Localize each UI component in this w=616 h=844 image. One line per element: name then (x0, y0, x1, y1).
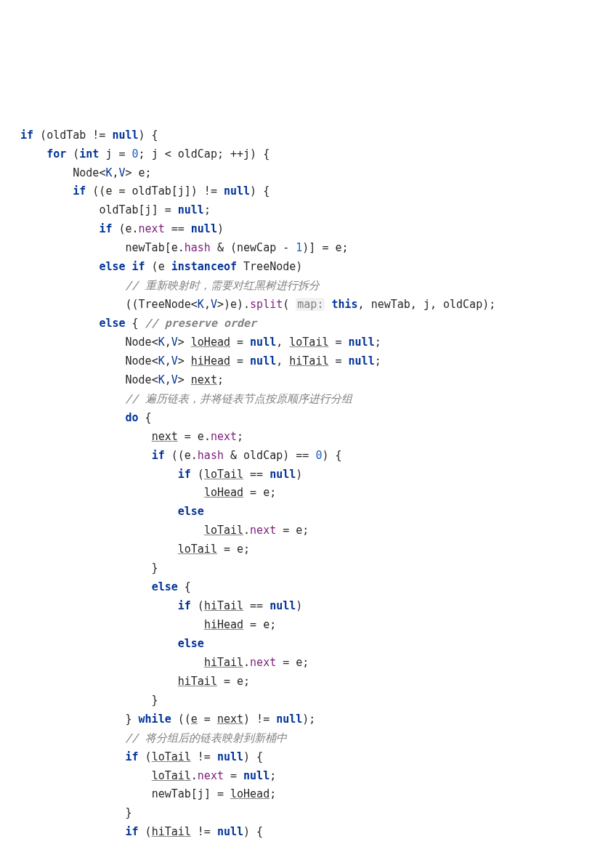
type-node: Node (73, 166, 99, 179)
code-block: if (oldTab != null) { for (int j = 0; j … (20, 89, 607, 844)
kw-for: for (46, 147, 66, 161)
comment-group: // 遍历链表，并将链表节点按原顺序进行分组 (126, 392, 352, 405)
kw-if: if (20, 129, 33, 142)
comment-split: // 重新映射时，需要对红黑树进行拆分 (126, 279, 320, 292)
comment-preserve: // preserve order (145, 317, 257, 330)
comment-map-new: // 将分组后的链表映射到新桶中 (126, 731, 287, 744)
hint-param: map: (296, 298, 325, 311)
